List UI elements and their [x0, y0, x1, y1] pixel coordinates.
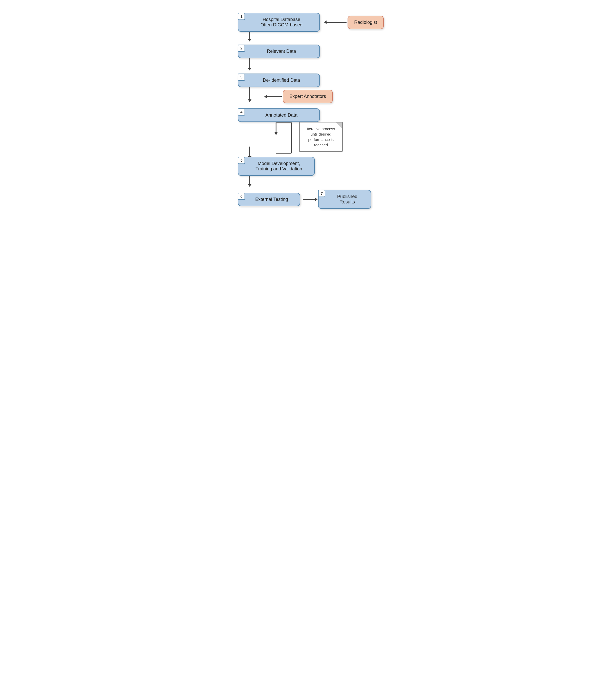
step2-box: 2 Relevant Data: [238, 44, 320, 58]
step2-col: 2 Relevant Data: [238, 44, 320, 58]
step4-box: 4 Annotated Data: [238, 108, 320, 122]
v-arrow-2-3: [249, 58, 250, 68]
step4-badge: 4: [238, 108, 245, 115]
step3-label: De-Identified Data: [245, 78, 313, 83]
step4-col: 4 Annotated Data: [238, 108, 320, 122]
step3-box: 3 De-Identified Data: [238, 74, 320, 87]
arrow5-6: [238, 176, 371, 185]
step1-label: Hospital DatabaseOften DICOM-based: [245, 17, 313, 28]
step1-row: 1 Hospital DatabaseOften DICOM-based Rad…: [238, 13, 371, 32]
annotators-label: Expert Annotators: [290, 94, 326, 99]
step7-badge: 7: [318, 190, 325, 197]
annotators-arrow: [266, 96, 282, 97]
step5-label: Model Development,Training and Validatio…: [245, 161, 308, 172]
step6-label: External Testing: [245, 197, 294, 202]
annotators-box: Expert Annotators: [283, 90, 333, 103]
iterative-note-text: Iterative process until desired performa…: [307, 127, 335, 147]
step7-label: Published Results: [325, 194, 364, 205]
v-arrow-3-4: [249, 87, 250, 100]
radiologist-row: Radiologist: [325, 16, 384, 29]
step2-badge: 2: [238, 44, 245, 52]
step4-label: Annotated Data: [245, 112, 313, 118]
iterative-note-box: Iterative process until desired performa…: [299, 122, 343, 152]
step2-label: Relevant Data: [245, 49, 313, 54]
radiologist-box: Radiologist: [348, 16, 384, 29]
step1-box: 1 Hospital DatabaseOften DICOM-based: [238, 13, 320, 32]
step6-badge: 6: [238, 193, 245, 200]
radiologist-label: Radiologist: [354, 20, 377, 25]
arrow4-5-area: Iterative process until desired performa…: [238, 122, 371, 157]
step1-right: Radiologist: [325, 16, 384, 29]
arrow2-3: [238, 58, 371, 68]
step5-badge: 5: [238, 157, 245, 164]
arrow1-2: [238, 32, 371, 39]
step3-col: 3 De-Identified Data: [238, 74, 320, 87]
step2-row: 2 Relevant Data: [238, 44, 371, 58]
svg-marker-1: [275, 132, 278, 135]
step7-box: 7 Published Results: [318, 190, 371, 209]
step1-badge: 1: [238, 13, 245, 20]
loop-svg-container: [256, 123, 297, 157]
v-arrow-1-2: [249, 32, 250, 39]
bottom-row: 6 External Testing 7 Published Results: [238, 190, 371, 209]
annotators-row: Expert Annotators: [265, 90, 333, 103]
iterative-note-area: Iterative process until desired performa…: [299, 122, 343, 152]
step3-row: 3 De-Identified Data: [238, 74, 371, 87]
radiologist-arrow: [326, 22, 347, 23]
step6-box: 6 External Testing: [238, 193, 300, 206]
v-arrow-5-6: [249, 176, 250, 185]
v-arrow-4-5: [249, 147, 250, 157]
diagram-container: 1 Hospital DatabaseOften DICOM-based Rad…: [233, 8, 376, 216]
step3-badge: 3: [238, 74, 245, 81]
main-down-arrow-col: [238, 147, 250, 157]
v-arrow-3-4-col: [238, 87, 250, 100]
step5-box: 5 Model Development,Training and Validat…: [238, 157, 315, 176]
arrow6-7: [303, 199, 315, 200]
step1-col: 1 Hospital DatabaseOften DICOM-based: [238, 13, 320, 32]
step4-row: 4 Annotated Data: [238, 108, 371, 122]
arrow3-4-area: Expert Annotators: [238, 87, 371, 103]
step5-row: 5 Model Development,Training and Validat…: [238, 157, 371, 176]
loop-arrow-svg: [256, 123, 297, 156]
